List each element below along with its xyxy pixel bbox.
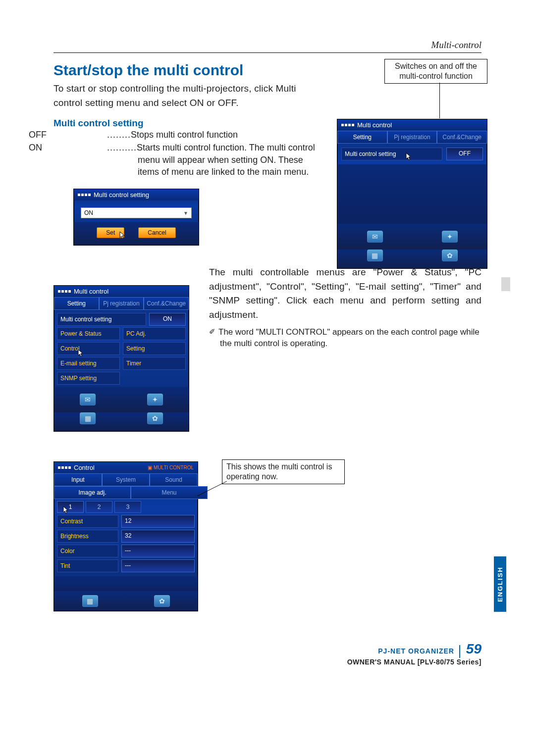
screenshot-control-page: Control ▣ MULTI CONTROL Input System Sou…	[54, 461, 198, 611]
paragraph-menus: The multi controllable menus are "Power …	[209, 265, 482, 322]
row-value: ON	[149, 313, 186, 326]
tool-icon: ✦	[442, 231, 458, 243]
menu-timer[interactable]: Timer	[123, 357, 186, 370]
panel-title-text: Multi control	[74, 288, 108, 295]
row-value[interactable]: OFF	[446, 148, 483, 160]
row-label: Contrast	[57, 515, 118, 528]
row-value[interactable]: 12	[121, 515, 195, 528]
panel-title-text: Multi control setting	[94, 191, 149, 199]
panel-title-text: Multi control	[357, 121, 392, 129]
tab-imageadj[interactable]: Image adj.	[54, 486, 131, 499]
definition-list: OFF........Stops multi control function …	[83, 129, 321, 178]
dropdown-value: ON	[84, 209, 93, 216]
row-label: Brightness	[57, 530, 118, 543]
screenshot-setting-dialog: Multi control setting ON ▼ Set Cancel	[73, 189, 199, 246]
chevron-down-icon: ▼	[183, 210, 188, 216]
dropdown-onoff[interactable]: ON ▼	[81, 207, 192, 218]
footer-sub: OWNER'S MANUAL [PLV-80/75 Series]	[54, 658, 482, 666]
icon-a: ▦	[80, 412, 96, 424]
note-icon: ✐	[209, 327, 215, 336]
svg-line-0	[197, 481, 227, 496]
panel-title: Multi control	[54, 286, 189, 297]
row-label: Color	[57, 545, 118, 557]
badge-text: MULTI CONTROL	[154, 465, 194, 470]
page-footer: PJ-NET ORGANIZER 59 OWNER'S MANUAL [PLV-…	[54, 641, 482, 666]
page-3[interactable]: 3	[114, 501, 141, 513]
note: ✐The word "MULTI CONTROL" appears on the…	[209, 327, 482, 350]
tab-conf[interactable]: Conf.&Change	[437, 131, 487, 144]
footer-brand: PJ-NET ORGANIZER	[378, 647, 454, 655]
menu-snmp[interactable]: SNMP setting	[57, 372, 120, 385]
table-row: Contrast12	[57, 515, 195, 528]
tab-menu[interactable]: Menu	[131, 486, 208, 499]
menu-power[interactable]: Power & Status	[57, 327, 120, 340]
callout-switch: Switches on and off the multi-control fu…	[384, 59, 487, 84]
page-number: 59	[466, 641, 482, 656]
mail-icon: ✉	[367, 231, 383, 243]
icon-a: ▦	[82, 595, 98, 607]
panel-title: Multi control	[337, 119, 487, 131]
table-row: Color---	[57, 545, 195, 557]
tab-input[interactable]: Input	[54, 473, 102, 486]
language-tab: ENGLISH	[494, 556, 506, 612]
cancel-button[interactable]: Cancel	[138, 227, 175, 238]
term-on: ON	[83, 142, 107, 153]
panel-title-text: Control	[74, 464, 95, 471]
set-button[interactable]: Set	[97, 227, 124, 238]
thumb-tab	[501, 277, 510, 291]
tab-conf[interactable]: Conf.&Change	[144, 297, 189, 310]
page-2[interactable]: 2	[86, 501, 112, 513]
table-row: Brightness32	[57, 530, 195, 543]
tab-setting[interactable]: Setting	[337, 131, 387, 144]
icon-a: ▦	[367, 250, 383, 261]
footer-icons: ✉ ✦	[337, 224, 487, 250]
row-value[interactable]: 32	[121, 530, 195, 543]
tab-system[interactable]: System	[102, 473, 150, 486]
menu-setting[interactable]: Setting	[123, 342, 186, 355]
menu-control[interactable]: Control	[57, 342, 120, 355]
panel-title: Control ▣ MULTI CONTROL	[54, 462, 198, 473]
tab-pjreg[interactable]: Pj registration	[99, 297, 144, 310]
tab-setting[interactable]: Setting	[54, 297, 99, 310]
panel-title: Multi control setting	[74, 189, 199, 201]
row-label[interactable]: Multi control setting	[341, 148, 442, 160]
callout-line	[197, 481, 227, 496]
dots: ..........	[107, 143, 137, 152]
badge-icon: ▣	[148, 465, 152, 470]
menu-email[interactable]: E-mail setting	[57, 357, 120, 370]
tab-sound[interactable]: Sound	[150, 473, 198, 486]
row-value[interactable]: ---	[121, 545, 195, 557]
tool-icon: ✦	[147, 394, 163, 405]
section-intro: To start or stop controlling the multi-p…	[54, 82, 321, 110]
desc-on: Starts multi control function. The multi…	[137, 143, 315, 177]
note-text: The word "MULTI CONTROL" appears on the …	[218, 327, 480, 348]
gear-icon: ✿	[147, 412, 163, 424]
callout-operating: This shows the multi control is operatin…	[222, 459, 345, 484]
gear-icon: ✿	[154, 595, 170, 607]
menu-pcadj[interactable]: PC Adj.	[123, 327, 186, 340]
row-label: Multi control setting	[57, 313, 146, 326]
tab-pjreg[interactable]: Pj registration	[387, 131, 437, 144]
page-1[interactable]: 1	[57, 501, 84, 513]
row-value[interactable]: ---	[121, 559, 195, 572]
table-row: Tint---	[57, 559, 195, 572]
dots: ........	[107, 130, 131, 140]
mail-icon: ✉	[80, 394, 96, 405]
screenshot-multicontrol-off: Multi control Setting Pj registration Co…	[337, 119, 487, 269]
row-label: Tint	[57, 559, 118, 572]
gear-icon: ✿	[442, 250, 458, 261]
running-header: Multi-control	[54, 40, 482, 53]
multi-control-badge: ▣ MULTI CONTROL	[148, 465, 194, 470]
desc-off: Stops multi control function	[131, 130, 238, 140]
screenshot-multicontrol-on: Multi control Setting Pj registration Co…	[54, 285, 189, 432]
term-off: OFF	[83, 129, 107, 141]
callout-line	[439, 83, 440, 118]
footer-icons: ✉ ✦	[54, 387, 189, 412]
